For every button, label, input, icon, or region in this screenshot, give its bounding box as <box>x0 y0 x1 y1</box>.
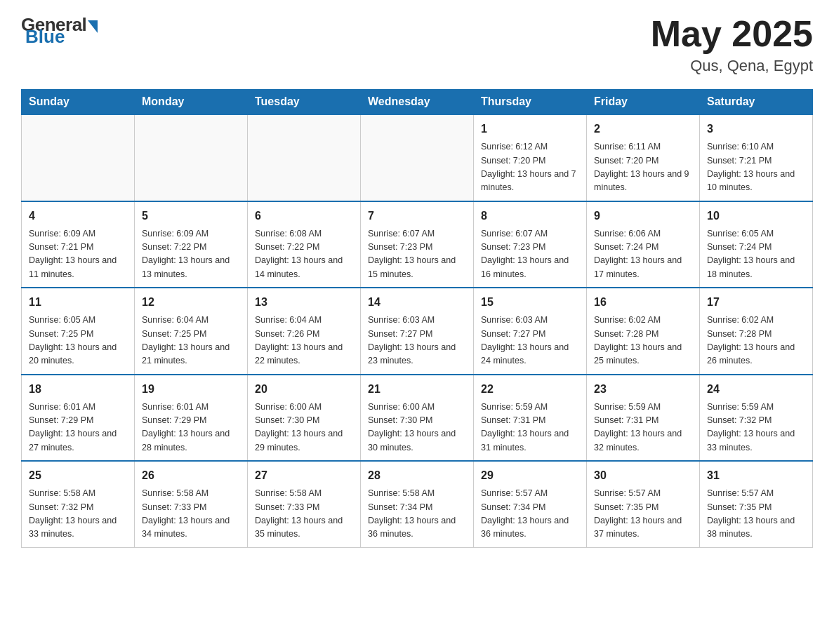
calendar-cell <box>135 114 248 201</box>
day-number: 14 <box>368 294 466 311</box>
day-number: 19 <box>142 381 240 398</box>
calendar-cell: 4Sunrise: 6:09 AM Sunset: 7:21 PM Daylig… <box>22 201 135 288</box>
day-number: 23 <box>594 381 692 398</box>
day-number: 12 <box>142 294 240 311</box>
day-info: Sunrise: 5:59 AM Sunset: 7:32 PM Dayligh… <box>707 401 805 455</box>
day-number: 1 <box>481 121 579 137</box>
day-number: 27 <box>255 467 353 484</box>
calendar-cell: 31Sunrise: 5:57 AM Sunset: 7:35 PM Dayli… <box>700 461 813 547</box>
day-info: Sunrise: 6:07 AM Sunset: 7:23 PM Dayligh… <box>368 227 466 282</box>
day-number: 28 <box>368 467 466 484</box>
day-number: 26 <box>142 467 240 484</box>
calendar-cell <box>22 114 135 201</box>
calendar-cell: 9Sunrise: 6:06 AM Sunset: 7:24 PM Daylig… <box>587 201 700 288</box>
calendar-cell: 29Sunrise: 5:57 AM Sunset: 7:34 PM Dayli… <box>474 461 587 547</box>
calendar-cell: 21Sunrise: 6:00 AM Sunset: 7:30 PM Dayli… <box>361 375 474 462</box>
calendar-cell: 19Sunrise: 6:01 AM Sunset: 7:29 PM Dayli… <box>135 375 248 462</box>
calendar-cell: 7Sunrise: 6:07 AM Sunset: 7:23 PM Daylig… <box>361 201 474 288</box>
calendar-cell: 16Sunrise: 6:02 AM Sunset: 7:28 PM Dayli… <box>587 288 700 375</box>
day-info: Sunrise: 5:58 AM Sunset: 7:32 PM Dayligh… <box>29 487 127 542</box>
calendar-cell <box>361 114 474 201</box>
day-info: Sunrise: 6:01 AM Sunset: 7:29 PM Dayligh… <box>29 401 127 455</box>
day-info: Sunrise: 6:05 AM Sunset: 7:25 PM Dayligh… <box>29 314 127 368</box>
day-info: Sunrise: 6:09 AM Sunset: 7:21 PM Dayligh… <box>29 227 127 282</box>
calendar-cell: 1Sunrise: 6:12 AM Sunset: 7:20 PM Daylig… <box>474 114 587 201</box>
calendar-cell: 11Sunrise: 6:05 AM Sunset: 7:25 PM Dayli… <box>22 288 135 375</box>
calendar-cell: 2Sunrise: 6:11 AM Sunset: 7:20 PM Daylig… <box>587 114 700 201</box>
day-number: 18 <box>29 381 127 398</box>
weekday-header-saturday: Saturday <box>700 90 813 115</box>
calendar-cell: 6Sunrise: 6:08 AM Sunset: 7:22 PM Daylig… <box>248 201 361 288</box>
calendar-cell: 13Sunrise: 6:04 AM Sunset: 7:26 PM Dayli… <box>248 288 361 375</box>
logo-blue-text: Blue <box>25 26 65 48</box>
day-info: Sunrise: 5:59 AM Sunset: 7:31 PM Dayligh… <box>594 401 692 455</box>
day-number: 13 <box>255 294 353 311</box>
day-number: 4 <box>29 208 127 224</box>
day-info: Sunrise: 5:57 AM Sunset: 7:35 PM Dayligh… <box>594 487 692 542</box>
weekday-header-wednesday: Wednesday <box>361 90 474 115</box>
day-info: Sunrise: 5:57 AM Sunset: 7:35 PM Dayligh… <box>707 487 805 542</box>
day-number: 20 <box>255 381 353 398</box>
calendar-cell: 20Sunrise: 6:00 AM Sunset: 7:30 PM Dayli… <box>248 375 361 462</box>
calendar-cell: 10Sunrise: 6:05 AM Sunset: 7:24 PM Dayli… <box>700 201 813 288</box>
day-info: Sunrise: 6:03 AM Sunset: 7:27 PM Dayligh… <box>368 314 466 368</box>
calendar-cell: 17Sunrise: 6:02 AM Sunset: 7:28 PM Dayli… <box>700 288 813 375</box>
calendar-cell <box>248 114 361 201</box>
calendar-cell: 25Sunrise: 5:58 AM Sunset: 7:32 PM Dayli… <box>22 461 135 547</box>
weekday-header-sunday: Sunday <box>22 90 135 115</box>
day-number: 7 <box>368 208 466 224</box>
weekday-header-thursday: Thursday <box>474 90 587 115</box>
day-info: Sunrise: 6:00 AM Sunset: 7:30 PM Dayligh… <box>368 401 466 455</box>
day-info: Sunrise: 5:59 AM Sunset: 7:31 PM Dayligh… <box>481 401 579 455</box>
day-info: Sunrise: 5:58 AM Sunset: 7:33 PM Dayligh… <box>255 487 353 542</box>
calendar-cell: 12Sunrise: 6:04 AM Sunset: 7:25 PM Dayli… <box>135 288 248 375</box>
day-number: 10 <box>707 208 805 224</box>
month-title: May 2025 <box>651 14 813 54</box>
calendar-cell: 14Sunrise: 6:03 AM Sunset: 7:27 PM Dayli… <box>361 288 474 375</box>
weekday-header-row: SundayMondayTuesdayWednesdayThursdayFrid… <box>22 90 813 115</box>
day-info: Sunrise: 6:08 AM Sunset: 7:22 PM Dayligh… <box>255 227 353 282</box>
day-info: Sunrise: 6:07 AM Sunset: 7:23 PM Dayligh… <box>481 227 579 282</box>
calendar-cell: 27Sunrise: 5:58 AM Sunset: 7:33 PM Dayli… <box>248 461 361 547</box>
day-number: 2 <box>594 121 692 137</box>
weekday-header-friday: Friday <box>587 90 700 115</box>
day-number: 15 <box>481 294 579 311</box>
calendar-cell: 8Sunrise: 6:07 AM Sunset: 7:23 PM Daylig… <box>474 201 587 288</box>
calendar-table: SundayMondayTuesdayWednesdayThursdayFrid… <box>21 89 813 548</box>
calendar-week-row: 4Sunrise: 6:09 AM Sunset: 7:21 PM Daylig… <box>22 201 813 288</box>
calendar-cell: 15Sunrise: 6:03 AM Sunset: 7:27 PM Dayli… <box>474 288 587 375</box>
day-number: 24 <box>707 381 805 398</box>
day-number: 25 <box>29 467 127 484</box>
day-info: Sunrise: 6:12 AM Sunset: 7:20 PM Dayligh… <box>481 140 579 195</box>
title-block: May 2025 Qus, Qena, Egypt <box>651 14 813 75</box>
calendar-week-row: 11Sunrise: 6:05 AM Sunset: 7:25 PM Dayli… <box>22 288 813 375</box>
calendar-cell: 24Sunrise: 5:59 AM Sunset: 7:32 PM Dayli… <box>700 375 813 462</box>
day-info: Sunrise: 6:09 AM Sunset: 7:22 PM Dayligh… <box>142 227 240 282</box>
day-number: 22 <box>481 381 579 398</box>
day-info: Sunrise: 6:06 AM Sunset: 7:24 PM Dayligh… <box>594 227 692 282</box>
calendar-cell: 26Sunrise: 5:58 AM Sunset: 7:33 PM Dayli… <box>135 461 248 547</box>
day-info: Sunrise: 6:04 AM Sunset: 7:25 PM Dayligh… <box>142 314 240 368</box>
day-number: 5 <box>142 208 240 224</box>
day-number: 29 <box>481 467 579 484</box>
calendar-cell: 22Sunrise: 5:59 AM Sunset: 7:31 PM Dayli… <box>474 375 587 462</box>
day-info: Sunrise: 5:58 AM Sunset: 7:33 PM Dayligh… <box>142 487 240 542</box>
calendar-cell: 28Sunrise: 5:58 AM Sunset: 7:34 PM Dayli… <box>361 461 474 547</box>
calendar-cell: 18Sunrise: 6:01 AM Sunset: 7:29 PM Dayli… <box>22 375 135 462</box>
day-info: Sunrise: 5:57 AM Sunset: 7:34 PM Dayligh… <box>481 487 579 542</box>
day-number: 9 <box>594 208 692 224</box>
calendar-cell: 23Sunrise: 5:59 AM Sunset: 7:31 PM Dayli… <box>587 375 700 462</box>
day-number: 11 <box>29 294 127 311</box>
logo-triangle-icon <box>88 20 98 33</box>
day-info: Sunrise: 5:58 AM Sunset: 7:34 PM Dayligh… <box>368 487 466 542</box>
day-info: Sunrise: 6:01 AM Sunset: 7:29 PM Dayligh… <box>142 401 240 455</box>
day-number: 6 <box>255 208 353 224</box>
day-number: 8 <box>481 208 579 224</box>
day-info: Sunrise: 6:10 AM Sunset: 7:21 PM Dayligh… <box>707 140 805 195</box>
day-number: 30 <box>594 467 692 484</box>
calendar-cell: 3Sunrise: 6:10 AM Sunset: 7:21 PM Daylig… <box>700 114 813 201</box>
page-header: General Blue May 2025 Qus, Qena, Egypt <box>21 14 813 75</box>
day-number: 3 <box>707 121 805 137</box>
logo: General Blue <box>21 14 98 48</box>
calendar-week-row: 25Sunrise: 5:58 AM Sunset: 7:32 PM Dayli… <box>22 461 813 547</box>
